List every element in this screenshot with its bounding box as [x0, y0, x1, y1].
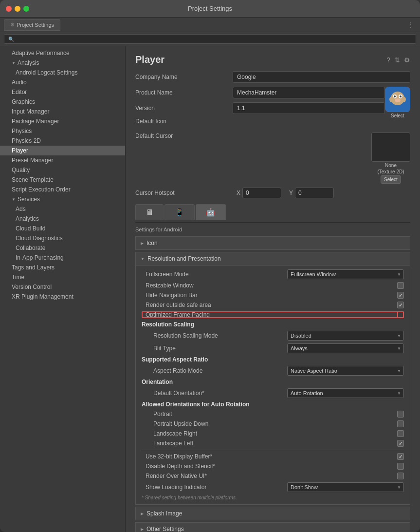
loading-indicator-label: Show Loading Indicator — [142, 484, 287, 491]
aspect-ratio-mode-row: Aspect Ratio Mode Native Aspect Ratio Cu… — [142, 366, 404, 376]
disable-depth-checkbox[interactable] — [397, 463, 404, 470]
allowed-orientations-header-row: Allowed Orientations for Auto Rotation — [142, 401, 404, 408]
hide-nav-checkbox[interactable] — [397, 292, 404, 299]
cursor-select-button[interactable]: Select — [381, 175, 401, 184]
minimize-button[interactable] — [15, 6, 20, 12]
sidebar-item-services[interactable]: ▼ Services — [0, 194, 125, 204]
triangle-icon: ▼ — [12, 197, 16, 202]
supported-aspect-header: Supported Aspect Ratio — [142, 356, 404, 363]
sidebar-item-player[interactable]: Player — [0, 146, 125, 155]
company-name-input[interactable] — [233, 71, 410, 83]
other-section-header[interactable]: ▶ Other Settings — [135, 522, 410, 532]
landscape-left-label: Landscape Left — [149, 440, 397, 447]
sidebar-item-cloud-build[interactable]: Cloud Build — [0, 224, 125, 233]
sidebar-item-editor[interactable]: Editor — [0, 87, 125, 97]
sidebar-item-analytics[interactable]: Analytics — [0, 214, 125, 224]
splash-section-label: Splash Image — [146, 510, 182, 517]
other-triangle: ▶ — [141, 527, 144, 532]
sidebar-item-quality[interactable]: Quality — [0, 165, 125, 175]
resolution-section-header[interactable]: ▼ Resolution and Presentation — [135, 252, 410, 266]
fullscreen-mode-select[interactable]: Fullscreen Window Windowed Maximized Win… — [287, 269, 404, 279]
use-32bit-checkbox[interactable] — [397, 453, 404, 460]
product-name-input[interactable] — [233, 87, 385, 98]
default-orientation-select[interactable]: Auto Rotation Portrait Portrait Upside D… — [287, 388, 404, 398]
portrait-upside-down-label: Portrait Upside Down — [149, 420, 397, 427]
maximize-button[interactable] — [23, 6, 29, 12]
sidebar-item-tags-and-layers[interactable]: Tags and Layers — [0, 263, 125, 272]
company-name-row: Company Name — [135, 71, 410, 83]
resolution-scaling-header-row: Resolution Scaling — [142, 321, 404, 328]
optimized-frame-checkbox[interactable] — [397, 311, 404, 318]
version-input[interactable] — [233, 102, 385, 114]
sidebar-item-scene-template[interactable]: Scene Template — [0, 175, 125, 185]
icon-preview — [385, 87, 410, 112]
hotspot-x-axis-label: X — [237, 190, 240, 196]
sidebar-item-in-app-purchasing[interactable]: In-App Purchasing — [0, 253, 125, 263]
splash-section-header[interactable]: ▶ Splash Image — [135, 507, 410, 520]
help-icon[interactable]: ? — [386, 56, 390, 64]
landscape-left-checkbox[interactable] — [397, 440, 404, 447]
sidebar-item-analysis[interactable]: ▼ Analysis — [0, 58, 125, 68]
standalone-icon: 🖥 — [146, 208, 153, 217]
cursor-type-label: (Texture 2D) — [377, 169, 404, 174]
sidebar-item-version-control[interactable]: Version Control — [0, 282, 125, 292]
cursor-hotspot-label: Cursor Hotspot — [135, 190, 233, 196]
sidebar-item-time[interactable]: Time — [0, 272, 125, 282]
hotspot-x-input[interactable] — [242, 188, 281, 198]
portrait-upside-down-row: Portrait Upside Down — [142, 420, 404, 427]
other-section-label: Other Settings — [146, 526, 184, 532]
hide-nav-label: Hide Navigation Bar — [142, 292, 397, 299]
scaling-mode-select[interactable]: Disabled Fixed DPI — [287, 331, 404, 341]
tab-more-icon[interactable]: ⋮ — [407, 21, 416, 29]
sidebar-item-script-execution[interactable]: Script Execution Order — [0, 185, 125, 194]
svg-point-8 — [401, 96, 406, 102]
search-wrap: 🔍 — [4, 34, 416, 44]
close-button[interactable] — [6, 6, 12, 12]
hotspot-y-axis-label: Y — [289, 190, 293, 196]
platform-tab-web[interactable]: 📱 — [164, 204, 195, 220]
settings-icon[interactable]: ⚙ — [404, 56, 410, 64]
sidebar-item-preset-manager[interactable]: Preset Manager — [0, 155, 125, 165]
search-input[interactable] — [16, 36, 412, 42]
sidebar-item-ads[interactable]: Ads — [0, 204, 125, 214]
sidebar-item-input-manager[interactable]: Input Manager — [0, 107, 125, 116]
render-outside-checkbox[interactable] — [397, 302, 404, 308]
layout-icon[interactable]: ⇅ — [394, 56, 400, 64]
tab-label: Project Settings — [17, 22, 54, 28]
orientation-header-row: Orientation — [142, 379, 404, 385]
resolution-section-content: Fullscreen Mode Fullscreen Window Window… — [135, 266, 410, 505]
sidebar-item-graphics[interactable]: Graphics — [0, 97, 125, 107]
hotspot-y-input[interactable] — [295, 188, 334, 198]
sidebar-item-physics[interactable]: Physics — [0, 126, 125, 136]
platform-tab-standalone[interactable]: 🖥 — [135, 204, 164, 220]
sidebar-item-collaborate[interactable]: Collaborate — [0, 243, 125, 253]
blit-type-select[interactable]: Always Never Auto — [287, 343, 404, 353]
sidebar-item-xr-plugin[interactable]: XR Plugin Management — [0, 292, 125, 302]
sidebar-item-physics-2d[interactable]: Physics 2D — [0, 136, 125, 146]
landscape-right-checkbox[interactable] — [397, 430, 404, 437]
icon-section-header[interactable]: ▶ Icon — [135, 236, 410, 250]
fullscreen-mode-row: Fullscreen Mode Fullscreen Window Window… — [142, 269, 404, 279]
sidebar-item-cloud-diagnostics[interactable]: Cloud Diagnostics — [0, 233, 125, 243]
sidebar-item-package-manager[interactable]: Package Manager — [0, 116, 125, 126]
portrait-checkbox[interactable] — [397, 411, 404, 418]
product-name-label: Product Name — [135, 89, 233, 96]
sidebar-item-android-logcat[interactable]: Android Logcat Settings — [0, 68, 125, 77]
loading-indicator-row: Show Loading Indicator Don't Show Large … — [142, 482, 404, 492]
scaling-mode-label: Resolution Scaling Mode — [149, 332, 287, 339]
allowed-orientations-header: Allowed Orientations for Auto Rotation — [142, 401, 404, 408]
default-orientation-label: Default Orientation* — [149, 390, 287, 397]
page-header: Player ? ⇅ ⚙ — [135, 54, 410, 65]
portrait-upside-down-checkbox[interactable] — [397, 420, 404, 427]
project-settings-tab[interactable]: ⚙ Project Settings — [4, 19, 60, 31]
loading-indicator-select[interactable]: Don't Show Large Inversed Large Small In… — [287, 482, 404, 492]
cursor-preview — [371, 133, 410, 162]
svg-point-4 — [394, 95, 396, 97]
aspect-ratio-select[interactable]: Native Aspect Ratio Custom Aspect Ratio — [287, 366, 404, 376]
render-native-checkbox[interactable] — [397, 473, 404, 479]
content-area: Player ? ⇅ ⚙ Company Name Product Name — [126, 46, 420, 532]
sidebar-item-adaptive-performance[interactable]: Adaptive Performance — [0, 48, 125, 58]
platform-tab-android[interactable]: 🤖 — [196, 204, 226, 220]
resizable-window-checkbox[interactable] — [397, 282, 404, 289]
sidebar-item-audio[interactable]: Audio — [0, 77, 125, 87]
